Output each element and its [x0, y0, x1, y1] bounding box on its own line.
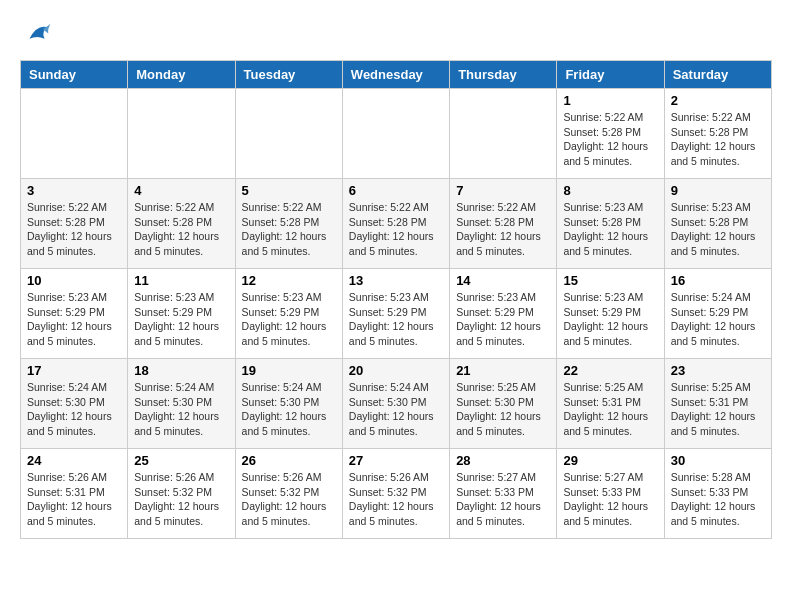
day-number: 27 — [349, 453, 443, 468]
calendar-cell: 11Sunrise: 5:23 AM Sunset: 5:29 PM Dayli… — [128, 269, 235, 359]
calendar-cell: 19Sunrise: 5:24 AM Sunset: 5:30 PM Dayli… — [235, 359, 342, 449]
weekday-header-tuesday: Tuesday — [235, 61, 342, 89]
calendar-cell: 26Sunrise: 5:26 AM Sunset: 5:32 PM Dayli… — [235, 449, 342, 539]
calendar-cell: 25Sunrise: 5:26 AM Sunset: 5:32 PM Dayli… — [128, 449, 235, 539]
calendar-cell — [235, 89, 342, 179]
day-number: 4 — [134, 183, 228, 198]
day-info: Sunrise: 5:23 AM Sunset: 5:29 PM Dayligh… — [349, 290, 443, 349]
calendar-cell: 6Sunrise: 5:22 AM Sunset: 5:28 PM Daylig… — [342, 179, 449, 269]
calendar-cell: 16Sunrise: 5:24 AM Sunset: 5:29 PM Dayli… — [664, 269, 771, 359]
header — [20, 20, 772, 50]
day-number: 16 — [671, 273, 765, 288]
day-number: 12 — [242, 273, 336, 288]
day-info: Sunrise: 5:24 AM Sunset: 5:29 PM Dayligh… — [671, 290, 765, 349]
weekday-header-wednesday: Wednesday — [342, 61, 449, 89]
day-info: Sunrise: 5:24 AM Sunset: 5:30 PM Dayligh… — [27, 380, 121, 439]
weekday-header-friday: Friday — [557, 61, 664, 89]
calendar-cell: 27Sunrise: 5:26 AM Sunset: 5:32 PM Dayli… — [342, 449, 449, 539]
day-number: 28 — [456, 453, 550, 468]
day-info: Sunrise: 5:22 AM Sunset: 5:28 PM Dayligh… — [27, 200, 121, 259]
day-number: 2 — [671, 93, 765, 108]
calendar-week-row: 10Sunrise: 5:23 AM Sunset: 5:29 PM Dayli… — [21, 269, 772, 359]
weekday-header-thursday: Thursday — [450, 61, 557, 89]
day-number: 17 — [27, 363, 121, 378]
day-info: Sunrise: 5:24 AM Sunset: 5:30 PM Dayligh… — [349, 380, 443, 439]
day-info: Sunrise: 5:23 AM Sunset: 5:28 PM Dayligh… — [563, 200, 657, 259]
day-info: Sunrise: 5:26 AM Sunset: 5:31 PM Dayligh… — [27, 470, 121, 529]
day-info: Sunrise: 5:27 AM Sunset: 5:33 PM Dayligh… — [563, 470, 657, 529]
day-number: 7 — [456, 183, 550, 198]
calendar-cell: 2Sunrise: 5:22 AM Sunset: 5:28 PM Daylig… — [664, 89, 771, 179]
calendar-cell: 10Sunrise: 5:23 AM Sunset: 5:29 PM Dayli… — [21, 269, 128, 359]
day-number: 14 — [456, 273, 550, 288]
day-number: 21 — [456, 363, 550, 378]
day-number: 19 — [242, 363, 336, 378]
calendar-cell: 18Sunrise: 5:24 AM Sunset: 5:30 PM Dayli… — [128, 359, 235, 449]
weekday-header-monday: Monday — [128, 61, 235, 89]
calendar-table: SundayMondayTuesdayWednesdayThursdayFrid… — [20, 60, 772, 539]
day-info: Sunrise: 5:22 AM Sunset: 5:28 PM Dayligh… — [563, 110, 657, 169]
calendar-cell — [450, 89, 557, 179]
calendar-cell: 5Sunrise: 5:22 AM Sunset: 5:28 PM Daylig… — [235, 179, 342, 269]
calendar-cell: 14Sunrise: 5:23 AM Sunset: 5:29 PM Dayli… — [450, 269, 557, 359]
day-number: 6 — [349, 183, 443, 198]
day-number: 1 — [563, 93, 657, 108]
logo — [20, 20, 52, 50]
calendar-cell: 21Sunrise: 5:25 AM Sunset: 5:30 PM Dayli… — [450, 359, 557, 449]
day-number: 11 — [134, 273, 228, 288]
day-info: Sunrise: 5:23 AM Sunset: 5:29 PM Dayligh… — [563, 290, 657, 349]
day-number: 9 — [671, 183, 765, 198]
day-info: Sunrise: 5:27 AM Sunset: 5:33 PM Dayligh… — [456, 470, 550, 529]
calendar-cell — [128, 89, 235, 179]
calendar-cell — [342, 89, 449, 179]
calendar-cell: 3Sunrise: 5:22 AM Sunset: 5:28 PM Daylig… — [21, 179, 128, 269]
day-info: Sunrise: 5:23 AM Sunset: 5:29 PM Dayligh… — [456, 290, 550, 349]
day-info: Sunrise: 5:22 AM Sunset: 5:28 PM Dayligh… — [242, 200, 336, 259]
day-number: 22 — [563, 363, 657, 378]
day-info: Sunrise: 5:23 AM Sunset: 5:29 PM Dayligh… — [242, 290, 336, 349]
day-number: 15 — [563, 273, 657, 288]
day-number: 10 — [27, 273, 121, 288]
calendar-cell: 30Sunrise: 5:28 AM Sunset: 5:33 PM Dayli… — [664, 449, 771, 539]
calendar-cell — [21, 89, 128, 179]
calendar-cell: 20Sunrise: 5:24 AM Sunset: 5:30 PM Dayli… — [342, 359, 449, 449]
day-info: Sunrise: 5:22 AM Sunset: 5:28 PM Dayligh… — [349, 200, 443, 259]
day-number: 8 — [563, 183, 657, 198]
calendar-cell: 12Sunrise: 5:23 AM Sunset: 5:29 PM Dayli… — [235, 269, 342, 359]
calendar-cell: 13Sunrise: 5:23 AM Sunset: 5:29 PM Dayli… — [342, 269, 449, 359]
day-info: Sunrise: 5:23 AM Sunset: 5:28 PM Dayligh… — [671, 200, 765, 259]
day-info: Sunrise: 5:25 AM Sunset: 5:30 PM Dayligh… — [456, 380, 550, 439]
calendar-week-row: 24Sunrise: 5:26 AM Sunset: 5:31 PM Dayli… — [21, 449, 772, 539]
day-info: Sunrise: 5:25 AM Sunset: 5:31 PM Dayligh… — [671, 380, 765, 439]
day-number: 5 — [242, 183, 336, 198]
day-number: 26 — [242, 453, 336, 468]
day-info: Sunrise: 5:23 AM Sunset: 5:29 PM Dayligh… — [27, 290, 121, 349]
day-info: Sunrise: 5:22 AM Sunset: 5:28 PM Dayligh… — [134, 200, 228, 259]
day-info: Sunrise: 5:24 AM Sunset: 5:30 PM Dayligh… — [242, 380, 336, 439]
weekday-header-saturday: Saturday — [664, 61, 771, 89]
calendar-cell: 4Sunrise: 5:22 AM Sunset: 5:28 PM Daylig… — [128, 179, 235, 269]
day-info: Sunrise: 5:26 AM Sunset: 5:32 PM Dayligh… — [242, 470, 336, 529]
calendar-cell: 7Sunrise: 5:22 AM Sunset: 5:28 PM Daylig… — [450, 179, 557, 269]
day-number: 23 — [671, 363, 765, 378]
calendar-cell: 23Sunrise: 5:25 AM Sunset: 5:31 PM Dayli… — [664, 359, 771, 449]
day-info: Sunrise: 5:26 AM Sunset: 5:32 PM Dayligh… — [349, 470, 443, 529]
calendar-cell: 1Sunrise: 5:22 AM Sunset: 5:28 PM Daylig… — [557, 89, 664, 179]
calendar-week-row: 3Sunrise: 5:22 AM Sunset: 5:28 PM Daylig… — [21, 179, 772, 269]
day-number: 18 — [134, 363, 228, 378]
logo-bird-icon — [22, 20, 52, 50]
day-number: 29 — [563, 453, 657, 468]
day-number: 25 — [134, 453, 228, 468]
day-number: 3 — [27, 183, 121, 198]
day-number: 30 — [671, 453, 765, 468]
day-info: Sunrise: 5:22 AM Sunset: 5:28 PM Dayligh… — [456, 200, 550, 259]
day-number: 13 — [349, 273, 443, 288]
calendar-cell: 29Sunrise: 5:27 AM Sunset: 5:33 PM Dayli… — [557, 449, 664, 539]
day-info: Sunrise: 5:28 AM Sunset: 5:33 PM Dayligh… — [671, 470, 765, 529]
day-info: Sunrise: 5:23 AM Sunset: 5:29 PM Dayligh… — [134, 290, 228, 349]
day-info: Sunrise: 5:24 AM Sunset: 5:30 PM Dayligh… — [134, 380, 228, 439]
day-info: Sunrise: 5:26 AM Sunset: 5:32 PM Dayligh… — [134, 470, 228, 529]
day-info: Sunrise: 5:25 AM Sunset: 5:31 PM Dayligh… — [563, 380, 657, 439]
calendar-cell: 8Sunrise: 5:23 AM Sunset: 5:28 PM Daylig… — [557, 179, 664, 269]
day-info: Sunrise: 5:22 AM Sunset: 5:28 PM Dayligh… — [671, 110, 765, 169]
